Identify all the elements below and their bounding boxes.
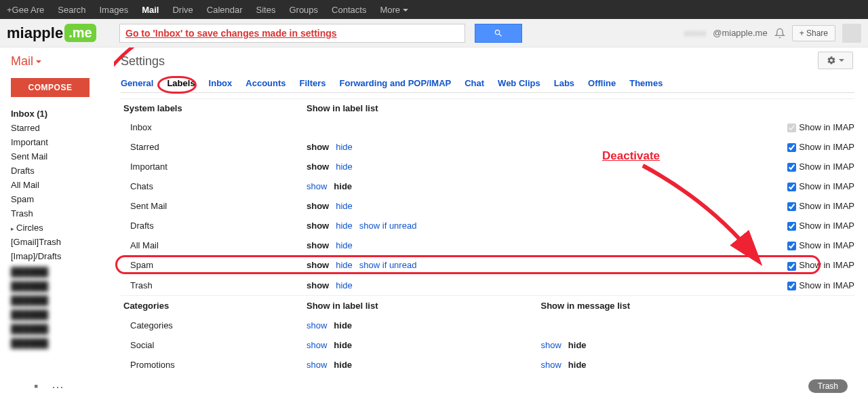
- trash-pill[interactable]: Trash: [808, 379, 848, 393]
- col-categories: Categories: [121, 295, 304, 316]
- sidebar-item-hidden: ██████: [11, 265, 114, 279]
- option-hide[interactable]: hide: [336, 221, 353, 231]
- tab-filters[interactable]: Filters: [300, 78, 326, 88]
- option-show[interactable]: show: [307, 240, 329, 250]
- share-button[interactable]: + Share: [792, 25, 835, 41]
- option-show[interactable]: show: [540, 360, 561, 370]
- sidebar-item-hidden: ██████: [11, 336, 114, 350]
- tab-labs[interactable]: Labs: [554, 78, 574, 88]
- header-right: xxxxx@miapple.me + Share: [684, 24, 861, 43]
- gbar-item-images[interactable]: Images: [100, 5, 129, 15]
- tab-forwardingandpopimap[interactable]: Forwarding and POP/IMAP: [340, 78, 452, 88]
- option-show-if-unread[interactable]: show if unread: [359, 221, 417, 231]
- option-show[interactable]: show: [307, 340, 327, 350]
- compose-button[interactable]: COMPOSE: [11, 78, 90, 97]
- sidebar-item-gmailtrash[interactable]: [Gmail]Trash: [11, 235, 114, 249]
- option-hide[interactable]: hide: [336, 201, 353, 211]
- sidebar-item-allmail[interactable]: All Mail: [11, 178, 114, 192]
- option-show[interactable]: show: [307, 320, 327, 330]
- gear-button[interactable]: [818, 52, 853, 69]
- category-name: Categories: [121, 316, 304, 335]
- sidebar-item-trash[interactable]: Trash: [11, 206, 114, 221]
- option-hide[interactable]: hide: [568, 340, 587, 350]
- more-icon[interactable]: ⋯: [52, 379, 64, 394]
- option-show[interactable]: show: [307, 360, 327, 370]
- option-hide[interactable]: hide: [568, 360, 587, 370]
- imap-label: Show in IMAP: [799, 240, 854, 250]
- gbar-item-groups[interactable]: Groups: [289, 5, 318, 15]
- option-show-if-unread[interactable]: show if unread: [359, 260, 417, 270]
- imap-checkbox[interactable]: [787, 242, 796, 250]
- mail-selector[interactable]: Mail: [11, 54, 114, 69]
- option-show[interactable]: show: [307, 201, 329, 211]
- hangouts-icon[interactable]: ▪: [34, 379, 38, 394]
- gbar-item-search[interactable]: Search: [58, 5, 85, 15]
- imap-label: Show in IMAP: [799, 221, 854, 231]
- nav-list: Inbox (1)StarredImportantSent MailDrafts…: [11, 107, 114, 263]
- option-hide[interactable]: hide: [334, 360, 352, 370]
- option-hide[interactable]: hide: [334, 340, 352, 350]
- sidebar-item-sentmail[interactable]: Sent Mail: [11, 149, 114, 164]
- tab-general[interactable]: General: [121, 78, 153, 88]
- avatar[interactable]: [842, 24, 861, 43]
- gbar-item-geeare[interactable]: +Gee Are: [7, 5, 44, 15]
- option-hide[interactable]: hide: [336, 240, 353, 250]
- option-show[interactable]: show: [307, 162, 329, 172]
- category-name: Promotions: [121, 355, 304, 375]
- imap-checkbox[interactable]: [787, 282, 796, 290]
- tab-offline[interactable]: Offline: [588, 78, 616, 88]
- option-hide[interactable]: hide: [336, 260, 353, 270]
- table-header-row: System labels Show in label list: [121, 99, 854, 118]
- imap-checkbox[interactable]: [787, 202, 796, 211]
- search-input[interactable]: Go to 'Inbox' to save changes made in se…: [119, 24, 465, 43]
- sidebar-item-circles[interactable]: Circles: [11, 221, 114, 235]
- imap-label: Show in IMAP: [799, 162, 854, 172]
- imap-checkbox[interactable]: [787, 183, 796, 191]
- option-show[interactable]: show: [307, 280, 329, 290]
- label-row-important: ImportantshowhideShow in IMAP: [121, 157, 854, 176]
- sidebar-item-hidden: ██████: [11, 293, 114, 307]
- option-hide[interactable]: hide: [336, 162, 353, 172]
- gbar-item-mail[interactable]: Mail: [142, 5, 159, 15]
- label-name: Inbox: [121, 117, 304, 137]
- imap-checkbox[interactable]: [787, 163, 796, 172]
- sidebar-item-starred[interactable]: Starred: [11, 121, 114, 135]
- imap-checkbox[interactable]: [787, 262, 796, 271]
- option-show[interactable]: show: [540, 340, 561, 350]
- imap-checkbox: [787, 124, 796, 132]
- option-hide[interactable]: hide: [336, 280, 353, 290]
- label-name: Starred: [121, 137, 304, 157]
- sidebar-item-important[interactable]: Important: [11, 135, 114, 149]
- imap-checkbox[interactable]: [787, 143, 796, 152]
- option-hide[interactable]: hide: [334, 320, 352, 330]
- tab-themes[interactable]: Themes: [629, 78, 663, 88]
- gbar-item-calendar[interactable]: Calendar: [207, 5, 243, 15]
- label-name: Chats: [121, 176, 304, 196]
- gbar-item-contacts[interactable]: Contacts: [332, 5, 366, 15]
- option-hide[interactable]: hide: [334, 181, 352, 191]
- gbar-item-more[interactable]: More: [380, 5, 408, 15]
- search-button[interactable]: [475, 24, 522, 43]
- gbar-item-sites[interactable]: Sites: [256, 5, 276, 15]
- label-name: Important: [121, 157, 304, 176]
- tab-labels[interactable]: Labels: [167, 78, 195, 88]
- option-show[interactable]: show: [307, 260, 329, 270]
- label-row-starred: StarredshowhideShow in IMAP: [121, 137, 854, 157]
- option-show[interactable]: show: [307, 142, 329, 152]
- option-hide[interactable]: hide: [336, 142, 353, 152]
- tab-webclips[interactable]: Web Clips: [498, 78, 540, 88]
- sidebar-item-inbox[interactable]: Inbox (1): [11, 107, 114, 121]
- logo: miapple.me: [7, 19, 115, 48]
- option-show[interactable]: show: [307, 221, 329, 231]
- option-show[interactable]: show: [307, 181, 327, 191]
- imap-checkbox[interactable]: [787, 222, 796, 231]
- sidebar-item-imapdrafts[interactable]: [Imap]/Drafts: [11, 249, 114, 263]
- notifications-icon[interactable]: [774, 28, 785, 39]
- tab-chat[interactable]: Chat: [465, 78, 484, 88]
- col-show-message-list: Show in message list: [538, 295, 717, 316]
- gbar-item-drive[interactable]: Drive: [172, 5, 193, 15]
- sidebar-item-spam[interactable]: Spam: [11, 192, 114, 206]
- sidebar-item-drafts[interactable]: Drafts: [11, 164, 114, 178]
- tab-inbox[interactable]: Inbox: [209, 78, 233, 88]
- tab-accounts[interactable]: Accounts: [245, 78, 285, 88]
